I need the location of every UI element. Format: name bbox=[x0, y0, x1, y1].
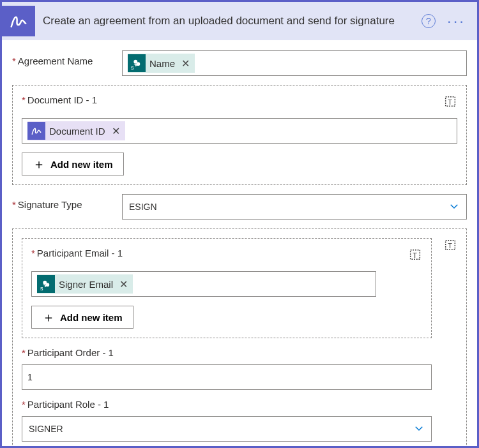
agreement-name-input[interactable]: Name ✕ bbox=[122, 50, 467, 76]
array-toggle-icon[interactable]: T bbox=[443, 238, 457, 252]
participant-role-label: Participant Role - 1 bbox=[22, 399, 432, 410]
svg-point-2 bbox=[133, 64, 137, 67]
participant-email-group: Participant Email - 1 T Signer Email ✕ bbox=[22, 238, 432, 338]
remove-token-icon[interactable]: ✕ bbox=[117, 278, 128, 290]
action-title: Create an agreement from an uploaded doc… bbox=[43, 15, 414, 27]
svg-point-10 bbox=[45, 283, 49, 287]
array-toggle-icon[interactable]: T bbox=[408, 248, 422, 262]
remove-token-icon[interactable]: ✕ bbox=[179, 57, 190, 70]
participant-role-block: Participant Role - 1 SIGNER bbox=[22, 399, 432, 442]
token-name[interactable]: Name ✕ bbox=[128, 54, 195, 73]
participants-group: T Participant Email - 1 T bbox=[12, 228, 467, 446]
adobe-sign-icon bbox=[2, 6, 35, 36]
chevron-down-icon bbox=[448, 200, 460, 214]
participant-role-select[interactable]: SIGNER bbox=[22, 416, 432, 442]
add-document-id-label: Add new item bbox=[50, 159, 113, 170]
participant-email-label: Participant Email - 1 bbox=[31, 248, 123, 258]
more-menu-icon[interactable]: ··· bbox=[443, 13, 469, 29]
action-body: Agreement Name Name ✕ Document ID - 1 bbox=[2, 40, 477, 446]
svg-text:T: T bbox=[448, 242, 452, 250]
svg-text:T: T bbox=[448, 98, 452, 106]
participant-order-label: Participant Order - 1 bbox=[22, 347, 432, 358]
participant-order-value: 1 bbox=[27, 372, 33, 382]
sharepoint-icon bbox=[37, 275, 55, 293]
action-header: Create an agreement from an uploaded doc… bbox=[2, 2, 477, 40]
add-participant-email-button[interactable]: ＋ Add new item bbox=[31, 306, 133, 329]
token-name-label: Name bbox=[149, 58, 175, 69]
token-document-id[interactable]: Document ID ✕ bbox=[27, 121, 125, 140]
remove-token-icon[interactable]: ✕ bbox=[109, 125, 120, 137]
participant-email-input[interactable]: Signer Email ✕ bbox=[31, 271, 376, 297]
token-signer-email-label: Signer Email bbox=[59, 279, 113, 290]
document-id-group: Document ID - 1 T Document ID ✕ bbox=[12, 85, 467, 185]
document-id-label: Document ID - 1 bbox=[22, 94, 97, 105]
signature-type-select[interactable]: ESIGN bbox=[122, 194, 467, 220]
chevron-down-icon bbox=[413, 422, 425, 436]
token-signer-email[interactable]: Signer Email ✕ bbox=[37, 274, 133, 294]
plus-icon: ＋ bbox=[33, 158, 45, 170]
agreement-name-row: Agreement Name Name ✕ bbox=[12, 50, 467, 76]
adobe-sign-token-icon bbox=[27, 122, 45, 140]
participant-order-input[interactable]: 1 bbox=[22, 364, 432, 390]
array-toggle-icon[interactable]: T bbox=[443, 94, 457, 108]
signature-type-row: Signature Type ESIGN bbox=[12, 194, 467, 220]
participant-role-value: SIGNER bbox=[29, 424, 63, 434]
add-document-id-button[interactable]: ＋ Add new item bbox=[22, 153, 124, 175]
signature-type-value: ESIGN bbox=[129, 202, 157, 212]
signature-type-label: Signature Type bbox=[12, 194, 114, 210]
document-id-input[interactable]: Document ID ✕ bbox=[22, 118, 457, 144]
agreement-name-label: Agreement Name bbox=[12, 50, 114, 66]
svg-point-11 bbox=[43, 285, 46, 288]
token-document-id-label: Document ID bbox=[49, 126, 105, 137]
add-participant-email-label: Add new item bbox=[60, 312, 123, 323]
svg-text:T: T bbox=[413, 251, 417, 259]
participant-order-block: Participant Order - 1 1 bbox=[22, 347, 432, 390]
help-icon[interactable]: ? bbox=[422, 14, 436, 28]
plus-icon: ＋ bbox=[42, 311, 55, 324]
sharepoint-icon bbox=[128, 54, 146, 72]
svg-point-1 bbox=[136, 62, 140, 66]
